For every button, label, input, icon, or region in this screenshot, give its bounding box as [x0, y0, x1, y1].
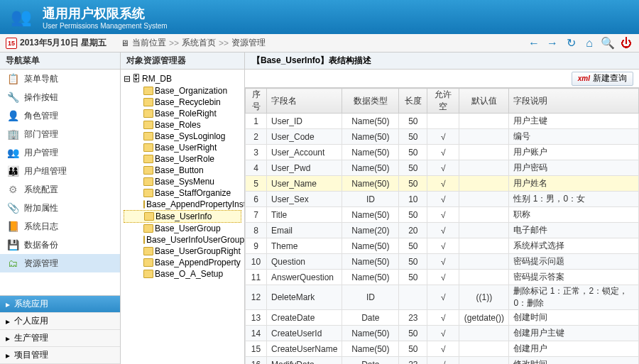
- bottom-tab-0[interactable]: ▸系统应用: [0, 296, 120, 313]
- table-icon: [143, 121, 153, 129]
- tree-node[interactable]: Base_StaffOrganize: [124, 187, 241, 199]
- tree-node[interactable]: Base_UserGroupRight: [124, 246, 241, 257]
- tab-icon: ▸: [6, 316, 10, 326]
- tree-node[interactable]: Base_UserRight: [124, 142, 241, 153]
- nav-icon: 📙: [7, 221, 18, 232]
- nav-icon: 🔧: [7, 92, 18, 103]
- tree-panel: 对象资源管理器 ⊟🗄RM_DBBase_OrganizationBase_Rec…: [121, 53, 245, 364]
- tree-node[interactable]: Base_UserInfo: [124, 210, 241, 223]
- breadcrumb: 🖥 当前位置 >> 系统首页 >> 资源管理: [121, 37, 266, 49]
- table-row[interactable]: 9ThemeName(50)50√系统样式选择: [246, 238, 639, 254]
- table-row[interactable]: 4User_PwdName(50)50√用户密码: [246, 160, 639, 176]
- col-header[interactable]: 序号: [246, 89, 267, 114]
- forward-icon[interactable]: →: [545, 36, 559, 50]
- nav-icon: 👨‍👩‍👦: [7, 165, 18, 177]
- table-icon: [143, 224, 153, 233]
- table-row[interactable]: 15CreateUserNameName(50)50√创建用户: [246, 341, 639, 357]
- tab-icon: ▸: [6, 333, 10, 343]
- table-icon: [143, 258, 153, 267]
- sidebar-item-10[interactable]: 🗂资源管理: [0, 254, 120, 272]
- tree-node[interactable]: Base_SysLoginlog: [124, 131, 241, 142]
- sidebar-item-5[interactable]: 👨‍👩‍👦用户组管理: [0, 162, 120, 180]
- sidebar-item-1[interactable]: 🔧操作按钮: [0, 88, 120, 106]
- date-text: 2013年5月10日 星期五: [20, 37, 106, 49]
- sidebar-item-9[interactable]: 💾数据备份: [0, 236, 120, 254]
- tree-node[interactable]: Base_UserGroup: [124, 223, 241, 234]
- table-row[interactable]: 10QuestionName(50)50√密码提示问题: [246, 254, 639, 270]
- tree-node[interactable]: Base_UserInfoUserGroup: [124, 234, 241, 246]
- table-icon: [143, 270, 153, 278]
- table-row[interactable]: 3User_AccountName(50)50√用户账户: [246, 145, 639, 160]
- tree-node[interactable]: Base_SysMenu: [124, 176, 241, 187]
- content-title: 【Base_UserInfo】表结构描述: [245, 53, 639, 70]
- tree-node[interactable]: Base_RoleRight: [124, 108, 241, 119]
- table-icon: [143, 166, 153, 175]
- col-header[interactable]: 默认值: [459, 89, 509, 114]
- tab-icon: ▸: [6, 351, 10, 360]
- tree-node[interactable]: Base_AppendPropertyInstance: [124, 199, 241, 210]
- tree-title: 对象资源管理器: [121, 53, 244, 70]
- sidebar-item-0[interactable]: 📋菜单导航: [0, 70, 120, 88]
- tree-root[interactable]: ⊟🗄RM_DB: [124, 72, 241, 85]
- table-row[interactable]: 7TitleName(50)50√职称: [246, 207, 639, 223]
- nav-icon: 💾: [7, 239, 18, 250]
- col-header[interactable]: 允许空: [427, 89, 459, 114]
- col-header[interactable]: 字段名: [267, 89, 342, 114]
- home-icon[interactable]: ⌂: [582, 36, 596, 50]
- data-grid: 序号字段名数据类型长度允许空默认值字段说明1User_IDName(50)50用…: [245, 88, 639, 364]
- table-row[interactable]: 5User_NameName(50)50√用户姓名: [246, 176, 639, 192]
- bc-home[interactable]: 系统首页: [182, 37, 216, 49]
- tree-node[interactable]: Base_UserRole: [124, 153, 241, 165]
- table-icon: [143, 200, 145, 209]
- sidebar-item-2[interactable]: 👤角色管理: [0, 106, 120, 125]
- table-icon: [143, 155, 153, 163]
- table-row[interactable]: 16ModifyDateDate23√修改时间: [246, 357, 639, 365]
- power-icon[interactable]: ⏻: [619, 36, 633, 50]
- sidebar-item-7[interactable]: 📎附加属性: [0, 199, 120, 217]
- table-row[interactable]: 13CreateDateDate23√(getdate())创建时间: [246, 310, 639, 326]
- sidebar-item-3[interactable]: 🏢部门管理: [0, 125, 120, 143]
- nav-icon: 🏢: [7, 128, 18, 140]
- nav-icon: 👥: [7, 147, 18, 158]
- app-header: 👥 通用用户权限系统 User Permissions Management S…: [0, 0, 639, 34]
- xml-icon: xml: [578, 75, 590, 82]
- db-icon: 🗄: [132, 74, 141, 84]
- sidebar-item-4[interactable]: 👥用户管理: [0, 143, 120, 162]
- table-row[interactable]: 8EmailName(20)20√电子邮件: [246, 223, 639, 238]
- refresh-icon[interactable]: ↻: [564, 36, 578, 50]
- tree-node[interactable]: Base_Roles: [124, 119, 241, 131]
- app-title: 通用用户权限系统: [43, 5, 168, 22]
- table-row[interactable]: 2User_CodeName(50)50√编号: [246, 129, 639, 145]
- table-row[interactable]: 6User_SexID10√性别 1：男，0：女: [246, 192, 639, 207]
- calendar-icon: 15: [6, 38, 17, 49]
- content: 【Base_UserInfo】表结构描述 xml 新建查询 序号字段名数据类型长…: [245, 53, 639, 364]
- tree-node[interactable]: Base_Recyclebin: [124, 96, 241, 108]
- tab-icon: ▸: [6, 299, 10, 309]
- tree-node[interactable]: Base_O_A_Setup: [124, 268, 241, 280]
- table-icon: [143, 177, 153, 186]
- bottom-tab-2[interactable]: ▸生产管理: [0, 330, 120, 347]
- bc-current: 资源管理: [231, 37, 266, 49]
- search-icon[interactable]: 🔍: [601, 36, 615, 50]
- col-header[interactable]: 长度: [399, 89, 427, 114]
- sidebar-item-6[interactable]: ⚙系统配置: [0, 180, 120, 199]
- table-row[interactable]: 12DeleteMarkID√((1))删除标记 1：正常，2：锁定，0：删除: [246, 285, 639, 310]
- sidebar: 导航菜单 📋菜单导航🔧操作按钮👤角色管理🏢部门管理👥用户管理👨‍👩‍👦用户组管理…: [0, 53, 121, 364]
- col-header[interactable]: 字段说明: [509, 89, 639, 114]
- tree-node[interactable]: Base_Button: [124, 165, 241, 176]
- back-icon[interactable]: ←: [527, 36, 541, 50]
- table-icon: [143, 236, 145, 244]
- sidebar-item-8[interactable]: 📙系统日志: [0, 217, 120, 236]
- table-row[interactable]: 11AnswerQuestionName(50)50√密码提示答案: [246, 270, 639, 285]
- tree-node[interactable]: Base_AppendProperty: [124, 257, 241, 268]
- bottom-tab-1[interactable]: ▸个人应用: [0, 313, 120, 330]
- tree-node[interactable]: Base_Organization: [124, 85, 241, 96]
- bottom-tab-3[interactable]: ▸项目管理: [0, 347, 120, 364]
- table-row[interactable]: 1User_IDName(50)50用户主键: [246, 114, 639, 129]
- nav-icon: 🗂: [7, 258, 18, 269]
- table-row[interactable]: 14CreateUserIdName(50)50√创建用户主键: [246, 326, 639, 341]
- col-header[interactable]: 数据类型: [342, 89, 399, 114]
- app-subtitle: User Permissions Management System: [43, 22, 168, 30]
- nav-icon: ⚙: [7, 184, 18, 195]
- new-query-button[interactable]: xml 新建查询: [572, 72, 633, 86]
